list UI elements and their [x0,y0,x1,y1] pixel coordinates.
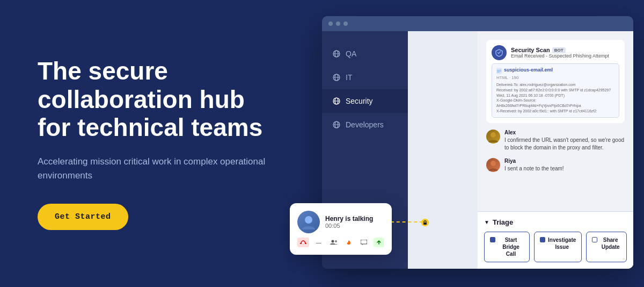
chat-button[interactable] [358,238,369,247]
svg-rect-24 [423,223,427,225]
video-avatar [297,211,320,233]
end-call-button[interactable] [297,238,309,247]
product-demo: QA IT Security [311,0,644,287]
video-header: Henry is talking 00:05 [297,211,384,233]
svg-rect-13 [497,70,501,70]
sidebar-item-qa[interactable]: QA [322,42,408,66]
msg-name-riya: Riya [504,158,564,164]
investigate-issue-button[interactable]: Investigate Issue [534,232,582,262]
video-timer: 00:05 [325,223,373,229]
svg-rect-20 [305,243,306,244]
chat-message-riya: Riya I sent a note to the team! [486,158,625,173]
fire-icon [346,239,352,246]
lock-icon [422,220,428,225]
triage-section: ▼ Triage Start Bridge Call Investigate I… [478,211,633,269]
email-filename: suspicious-email.eml [504,67,553,73]
add-button[interactable] [374,238,384,247]
hero-section: The secure collaboration hub for technic… [0,0,311,287]
bridge-call-label: Start Bridge Call [498,236,524,257]
globe-icon [333,50,340,58]
email-body: Delivered-To: alex.rodriguez@organizatio… [496,82,614,114]
hero-subtitle: Accelerating mission critical work in co… [38,155,274,182]
scan-name: Security Scan [511,47,550,53]
triage-actions: Start Bridge Call Investigate Issue Shar… [484,232,627,262]
svg-point-21 [331,240,334,243]
sidebar-item-security[interactable]: Security [322,89,408,113]
msg-text-riya: I sent a note to the team! [504,165,564,173]
msg-content-alex: Alex I confirmed the URL wasn't opened, … [504,130,625,152]
scan-title-area: Security Scan BOT Email Received - Suspe… [511,47,619,59]
connector-line [391,221,423,223]
chevron-down-icon: ▼ [484,219,489,225]
browser-dot-3 [343,21,348,26]
sidebar-label-security: Security [346,97,373,105]
scan-avatar [492,45,507,60]
globe-icon-dev [333,121,340,128]
share-label: Share Update [600,236,621,250]
mute-button[interactable]: — [313,238,324,247]
video-call-card: Henry is talking 00:05 — [290,203,392,255]
video-caller-name: Henry is talking [325,215,373,223]
person-icon-riya [486,158,500,172]
checkbox-investigate [540,237,545,242]
triage-header: ▼ Triage [484,218,627,226]
globe-icon-security [333,97,340,105]
scan-desc: Email Received - Suspected Phishing Atte… [511,53,619,59]
svg-rect-15 [497,72,500,73]
hero-title: The secure collaboration hub for technic… [38,57,279,142]
checkbox-bridge [490,237,495,242]
checkbox-share [592,237,597,242]
sidebar-item-it[interactable]: IT [322,66,408,89]
emoji-button[interactable] [343,238,354,247]
phone-icon [300,240,306,245]
msg-content-riya: Riya I sent a note to the team! [504,158,564,173]
svg-point-18 [305,216,312,224]
chat-icon [361,240,367,245]
svg-rect-19 [300,243,302,244]
svg-rect-23 [361,240,367,244]
svg-point-17 [491,161,496,166]
file-icon [496,68,502,74]
caller-avatar-icon [300,213,317,231]
email-type: HTML · 190 [496,75,614,80]
svg-point-16 [491,132,496,138]
scan-bot-message: Security Scan BOT Email Received - Suspe… [486,40,625,123]
people-icon [330,240,338,245]
sidebar-label-it: IT [346,73,352,82]
upload-icon [376,240,382,245]
video-info: Henry is talking 00:05 [325,215,373,229]
sidebar-item-developers[interactable]: Developers [322,113,408,137]
browser-dot-2 [336,21,340,26]
bot-badge: BOT [552,47,566,53]
scan-header: Security Scan BOT Email Received - Suspe… [492,45,619,60]
msg-name-alex: Alex [504,130,625,135]
app-main: Security Scan BOT Email Received - Suspe… [408,31,633,269]
connector-dot [421,219,429,226]
browser-bar [322,16,633,31]
msg-text-alex: I confirmed the URL wasn't opened, so we… [504,137,625,152]
share-update-button[interactable]: Share Update [586,232,627,262]
shield-icon [495,48,503,57]
browser-dot-1 [328,21,333,26]
participants-button[interactable] [328,238,339,247]
svg-point-22 [335,240,337,242]
chat-message-alex: Alex I confirmed the URL wasn't opened, … [486,130,625,152]
sidebar-label-qa: QA [346,49,356,58]
avatar-riya [486,158,500,172]
start-bridge-call-button[interactable]: Start Bridge Call [484,232,530,262]
triage-title: Triage [493,218,513,226]
avatar-alex [486,130,500,144]
sidebar-label-developers: Developers [346,120,384,129]
get-started-button[interactable]: Get Started [38,204,128,230]
svg-rect-14 [497,71,501,71]
investigate-label: Investigate Issue [548,236,576,250]
globe-icon-it [333,74,340,81]
video-controls: — [297,238,384,247]
email-attachment: suspicious-email.eml HTML · 190 Delivere… [492,63,619,118]
person-icon-alex [486,130,500,144]
